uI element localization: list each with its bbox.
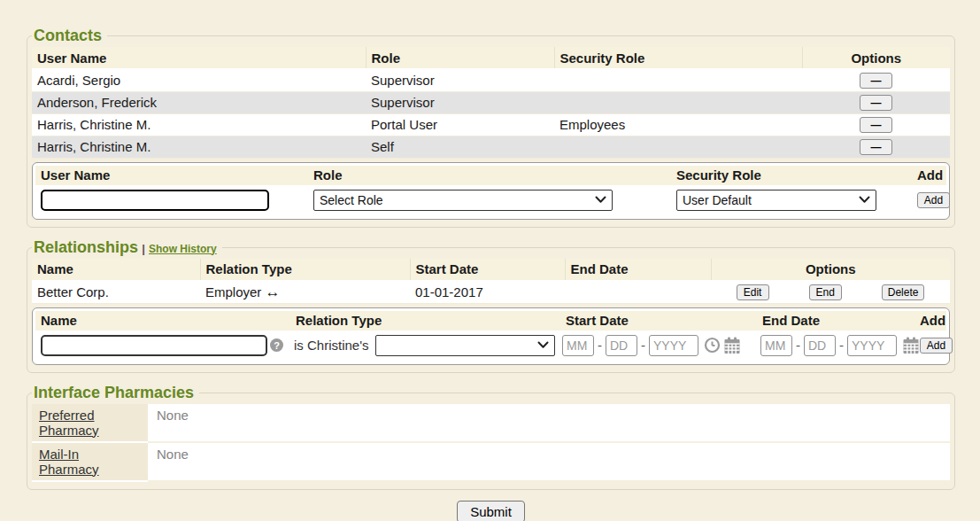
add-relationship-table: Name Relation Type Start Date End Date A… — [35, 311, 946, 362]
remove-contact-button[interactable]: — — [860, 139, 892, 155]
chevron-down-icon — [595, 196, 606, 204]
relationship-type: Employer ↔ — [200, 281, 410, 304]
start-year-input[interactable] — [649, 335, 698, 356]
contact-user-name: Harris, Christine M. — [32, 136, 366, 158]
add-relationship-col-add: Add — [914, 311, 946, 330]
contact-security-role — [554, 136, 802, 158]
relationship-start-date: 01-01-2017 — [410, 281, 565, 304]
interface-pharmacies-section: Interface Pharmacies Preferred Pharmacy … — [27, 384, 955, 490]
relationships-col-options: Options — [711, 259, 950, 281]
add-relationship-col-end-date: End Date — [757, 311, 914, 330]
add-relationship-col-relation-type: Relation Type — [290, 311, 560, 330]
edit-relationship-button[interactable]: Edit — [737, 284, 769, 300]
minus-icon: — — [871, 97, 882, 109]
mail-in-pharmacy-value: None — [148, 442, 950, 481]
end-month-input[interactable] — [760, 335, 792, 356]
chevron-down-icon — [859, 196, 870, 204]
end-relationship-button[interactable]: End — [809, 284, 842, 300]
contacts-col-user-name: User Name — [32, 47, 366, 69]
contact-row: Harris, Christine M. Self — — [32, 136, 950, 158]
contact-row: Harris, Christine M. Portal User Employe… — [32, 113, 950, 136]
remove-contact-button[interactable]: — — [860, 73, 892, 89]
show-history-link[interactable]: Show History — [149, 243, 217, 255]
contact-row: Anderson, Frederick Supervisor — — [32, 91, 950, 113]
contact-row: Acardi, Sergio Supervisor — — [32, 69, 950, 91]
calendar-icon[interactable] — [723, 337, 741, 354]
add-relationship-col-name: Name — [35, 311, 290, 330]
contact-security-role-selected-value: User Default — [683, 193, 752, 207]
minus-icon: — — [871, 74, 882, 87]
contact-security-role — [554, 69, 802, 91]
relationship-name-input[interactable] — [41, 335, 267, 356]
date-separator: - — [641, 338, 645, 353]
relationships-col-start-date: Start Date — [410, 259, 565, 281]
contacts-col-role: Role — [366, 47, 554, 69]
page: Contacts User Name Role Security Role Op… — [0, 0, 980, 521]
contact-role: Supervisor — [366, 69, 554, 91]
contacts-col-security-role: Security Role — [554, 47, 802, 69]
contacts-table: User Name Role Security Role Options Aca… — [32, 47, 950, 159]
contact-user-name-input[interactable] — [41, 190, 269, 211]
contact-user-name: Harris, Christine M. — [32, 113, 366, 136]
relationships-table: Name Relation Type Start Date End Date O… — [32, 259, 950, 304]
pharmacy-row: Mail-In Pharmacy None — [32, 442, 950, 481]
relationships-section: Relationships | Show History Name Relati… — [27, 238, 955, 373]
possessive-text: is Christine's — [294, 338, 369, 353]
minus-icon: — — [871, 141, 882, 153]
preferred-pharmacy-value: None — [148, 404, 950, 442]
add-relationship-header-row: Name Relation Type Start Date End Date A… — [35, 311, 946, 330]
contact-role: Self — [366, 136, 554, 158]
preferred-pharmacy-link[interactable]: Preferred Pharmacy — [39, 408, 119, 438]
pharmacy-row: Preferred Pharmacy None — [32, 404, 950, 442]
relationship-row: Better Corp. Employer ↔ 01-01-2017 Edit … — [32, 281, 950, 304]
add-relationship-col-start-date: Start Date — [560, 311, 757, 330]
contact-role: Portal User — [366, 113, 554, 136]
relationship-type-label: Employer — [205, 284, 261, 299]
contacts-header-row: User Name Role Security Role Options — [32, 47, 950, 69]
remove-contact-button[interactable]: — — [860, 117, 892, 133]
add-contact-col-security-role: Security Role — [671, 166, 912, 185]
date-separator: - — [839, 338, 844, 353]
contact-role-selected-value: Select Role — [320, 193, 383, 207]
submit-button[interactable]: Submit — [457, 501, 525, 521]
relationships-header-row: Name Relation Type Start Date End Date O… — [32, 259, 950, 281]
help-icon[interactable]: ? — [270, 338, 283, 352]
interface-pharmacies-title: Interface Pharmacies — [34, 384, 194, 401]
relationship-end-date — [565, 281, 711, 304]
chevron-down-icon — [537, 341, 549, 349]
pharmacies-table: Preferred Pharmacy None Mail-In Pharmacy… — [32, 404, 950, 482]
add-contact-button[interactable]: Add — [917, 192, 950, 208]
contacts-section: Contacts User Name Role Security Role Op… — [27, 27, 955, 228]
mail-in-pharmacy-link[interactable]: Mail-In Pharmacy — [39, 447, 119, 477]
date-separator: - — [598, 338, 602, 353]
contact-role-select[interactable]: Select Role — [313, 190, 613, 211]
submit-row: Submit — [27, 501, 955, 521]
relationships-title: Relationships — [34, 238, 138, 256]
clock-icon[interactable] — [704, 337, 721, 354]
contact-security-role: Employees — [554, 113, 802, 136]
add-relationship-button[interactable]: Add — [920, 338, 953, 354]
delete-relationship-button[interactable]: Delete — [882, 284, 925, 300]
start-month-input[interactable] — [562, 335, 594, 356]
relationships-legend: Relationships | Show History — [32, 238, 222, 257]
relation-type-select[interactable] — [375, 335, 555, 356]
end-day-input[interactable] — [804, 335, 836, 356]
add-relationship-input-row: ? is Christine's — [35, 330, 946, 362]
contacts-title: Contacts — [34, 27, 102, 44]
double-arrow-icon: ↔ — [266, 284, 281, 300]
start-day-input[interactable] — [606, 335, 637, 356]
interface-pharmacies-legend: Interface Pharmacies — [32, 384, 199, 402]
relationships-col-end-date: End Date — [565, 259, 711, 281]
contacts-legend: Contacts — [32, 27, 107, 45]
end-year-input[interactable] — [847, 335, 897, 356]
add-contact-header-row: User Name Role Security Role Add — [35, 166, 946, 185]
contacts-col-options: Options — [802, 47, 950, 69]
contact-security-role — [554, 91, 802, 113]
add-relationship-box: Name Relation Type Start Date End Date A… — [32, 307, 950, 365]
add-contact-table: User Name Role Security Role Add Select … — [35, 166, 946, 216]
add-contact-input-row: Select Role User Default Add — [35, 185, 946, 216]
add-contact-col-user-name: User Name — [35, 166, 308, 185]
contact-security-role-select[interactable]: User Default — [676, 190, 876, 211]
calendar-icon[interactable] — [902, 337, 920, 354]
remove-contact-button[interactable]: — — [860, 95, 892, 111]
